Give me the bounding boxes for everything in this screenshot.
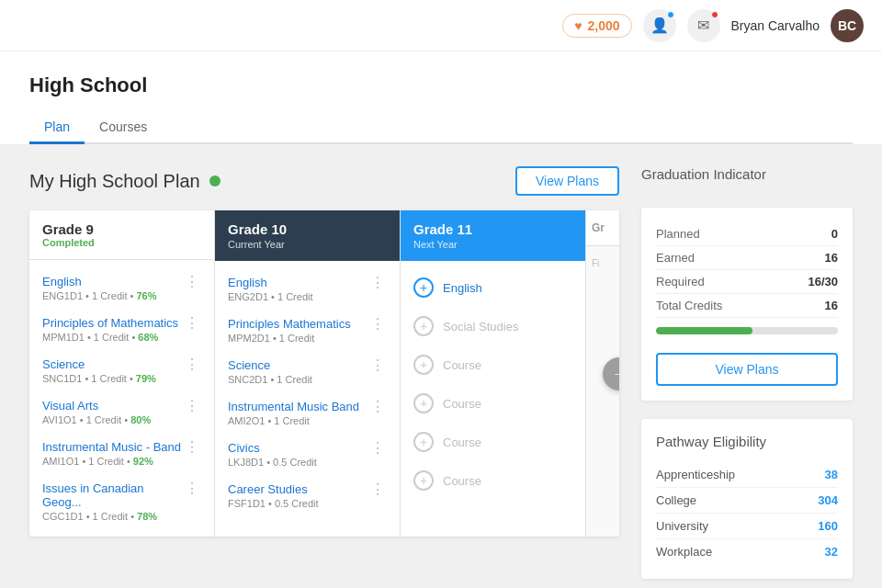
add-english-circle[interactable]: +: [413, 277, 434, 298]
list-item[interactable]: Principles of Mathematics MPM1D1 • 1 Cre…: [29, 309, 214, 350]
add-english-item[interactable]: + English: [401, 268, 585, 307]
list-item[interactable]: English ENG2D1 • 1 Credit ⋮: [215, 268, 400, 310]
add-course1-item[interactable]: + Course: [401, 345, 585, 384]
plan-title: My High School Plan: [29, 171, 200, 192]
view-plans-button-card[interactable]: View Plans: [656, 353, 838, 386]
course-more-icon[interactable]: ⋮: [368, 317, 387, 332]
grad-row-total: Total Credits 16: [656, 294, 838, 318]
grade-columns: Grade 9 Completed English ENG1D1 • 1 Cre…: [29, 210, 619, 537]
grade9-label: Grade 9: [42, 221, 201, 237]
messages-button[interactable]: ✉: [687, 9, 720, 42]
course-name: Career Studies: [228, 482, 368, 496]
tab-courses[interactable]: Courses: [85, 112, 162, 144]
add-course3-item[interactable]: + Course: [401, 423, 585, 461]
page-header: High School Plan Courses: [0, 51, 882, 144]
course-meta: LKJ8D1 • 0.5 Credit: [228, 457, 368, 468]
add-course1-circle[interactable]: +: [413, 355, 434, 375]
course-more-icon[interactable]: ⋮: [183, 440, 201, 455]
pathway-label-college: College: [656, 493, 696, 507]
course-meta: MPM2D1 • 1 Credit: [228, 333, 368, 344]
grad-label-earned: Earned: [656, 251, 695, 265]
course-name: Civics: [228, 441, 368, 455]
grad-value-earned: 16: [825, 251, 838, 265]
grade10-header: Grade 10 Current Year: [215, 210, 400, 261]
course-more-icon[interactable]: ⋮: [368, 400, 387, 414]
course-more-icon[interactable]: ⋮: [183, 399, 201, 413]
person-badge: [667, 11, 674, 18]
graduation-card: Planned 0 Earned 16 Required 16/30 Total…: [641, 208, 853, 401]
list-item[interactable]: Principles Mathematics MPM2D1 • 1 Credit…: [215, 310, 400, 351]
list-item[interactable]: Science SNC1D1 • 1 Credit • 79% ⋮: [29, 350, 214, 391]
pathway-row-college: College 304: [656, 488, 838, 514]
course-more-icon[interactable]: ⋮: [183, 316, 201, 331]
add-social-label: Social Studies: [443, 320, 518, 334]
add-course2-circle[interactable]: +: [413, 393, 434, 413]
list-item[interactable]: Visual Arts AVI1O1 • 1 Credit • 80% ⋮: [29, 391, 214, 433]
list-item[interactable]: Instrumental Music Band AMI2O1 • 1 Credi…: [215, 392, 400, 434]
grad-label-planned: Planned: [656, 227, 700, 241]
grad-value-total: 16: [825, 299, 838, 312]
grade9-body: English ENG1D1 • 1 Credit • 76% ⋮ Princi…: [29, 260, 214, 537]
course-more-icon[interactable]: ⋮: [368, 482, 387, 497]
pathway-value-apprenticeship: 38: [825, 468, 838, 481]
username: Bryan Carvalho: [731, 18, 820, 33]
pathway-label-apprenticeship: Apprenticeship: [656, 468, 735, 481]
course-more-icon[interactable]: ⋮: [183, 481, 201, 496]
add-course2-item[interactable]: + Course: [401, 384, 585, 423]
course-more-icon[interactable]: ⋮: [183, 357, 201, 372]
tab-plan[interactable]: Plan: [29, 112, 85, 144]
course-more-icon[interactable]: ⋮: [368, 441, 387, 456]
pathway-row-apprenticeship: Apprenticeship 38: [656, 462, 838, 488]
mail-icon: ✉: [697, 17, 709, 34]
points-badge: ♥ 2,000: [562, 14, 631, 38]
add-course4-circle[interactable]: +: [413, 470, 434, 491]
course-name: Science: [228, 358, 368, 372]
grade-partial-header: Gr: [586, 210, 619, 246]
course-meta: AVI1O1 • 1 Credit • 80%: [42, 414, 183, 425]
course-name: Science: [42, 357, 183, 371]
list-item[interactable]: Career Studies FSF1D1 • 0.5 Credit ⋮: [215, 475, 400, 516]
app-header: ♥ 2,000 👤 ✉ Bryan Carvalho BC: [0, 0, 882, 51]
grade11-label: Grade 11: [413, 221, 572, 237]
main-content: My High School Plan View Plans Grade 9 C…: [0, 144, 882, 588]
pathway-row-workplace: Workplace 32: [656, 539, 838, 564]
add-course4-item[interactable]: + Course: [401, 461, 585, 500]
grade-partial-body: Fi: [586, 246, 619, 281]
pathway-card: Pathway Eligibility Apprenticeship 38 Co…: [641, 419, 853, 579]
grade11-sub: Next Year: [413, 239, 572, 250]
course-name: Issues in Canadian Geog...: [42, 481, 183, 509]
add-social-circle[interactable]: +: [413, 316, 434, 336]
grade9-status: Completed: [42, 237, 201, 248]
course-more-icon[interactable]: ⋮: [183, 275, 201, 289]
pathway-value-college: 304: [818, 493, 838, 507]
add-course3-circle[interactable]: +: [413, 432, 434, 452]
progress-bar-fill: [656, 327, 752, 334]
grad-row-earned: Earned 16: [656, 246, 838, 270]
notifications-button[interactable]: 👤: [643, 9, 676, 42]
course-more-icon[interactable]: ⋮: [368, 276, 387, 290]
list-item[interactable]: Instrumental Music - Band AMI1O1 • 1 Cre…: [29, 433, 214, 474]
pathway-row-university: University 160: [656, 514, 838, 539]
pathway-title: Pathway Eligibility: [656, 434, 838, 449]
course-more-icon[interactable]: ⋮: [368, 358, 387, 373]
course-meta: ENG2D1 • 1 Credit: [228, 291, 368, 302]
pathway-label-university: University: [656, 519, 708, 533]
grad-value-required: 16/30: [808, 275, 838, 288]
list-item[interactable]: Science SNC2D1 • 1 Credit ⋮: [215, 351, 400, 392]
list-item[interactable]: Issues in Canadian Geog... CGC1D1 • 1 Cr…: [29, 474, 214, 529]
list-item[interactable]: English ENG1D1 • 1 Credit • 76% ⋮: [29, 267, 214, 309]
grade11-header: Grade 11 Next Year: [401, 210, 585, 261]
pathway-value-workplace: 32: [825, 545, 838, 559]
grade11-column: Grade 11 Next Year + English + Social St…: [401, 210, 586, 537]
points-value: 2,000: [587, 18, 619, 33]
list-item[interactable]: Civics LKJ8D1 • 0.5 Credit ⋮: [215, 434, 400, 475]
grad-row-required: Required 16/30: [656, 270, 838, 294]
pathway-value-university: 160: [818, 519, 838, 533]
grade10-column: Grade 10 Current Year English ENG2D1 • 1…: [215, 210, 401, 537]
pathway-label-workplace: Workplace: [656, 545, 712, 559]
add-course1-label: Course: [443, 358, 481, 372]
grade9-column: Grade 9 Completed English ENG1D1 • 1 Cre…: [29, 210, 215, 537]
add-social-item[interactable]: + Social Studies: [401, 307, 585, 345]
avatar-initials: BC: [838, 18, 856, 33]
view-plans-button-top[interactable]: View Plans: [515, 166, 619, 196]
